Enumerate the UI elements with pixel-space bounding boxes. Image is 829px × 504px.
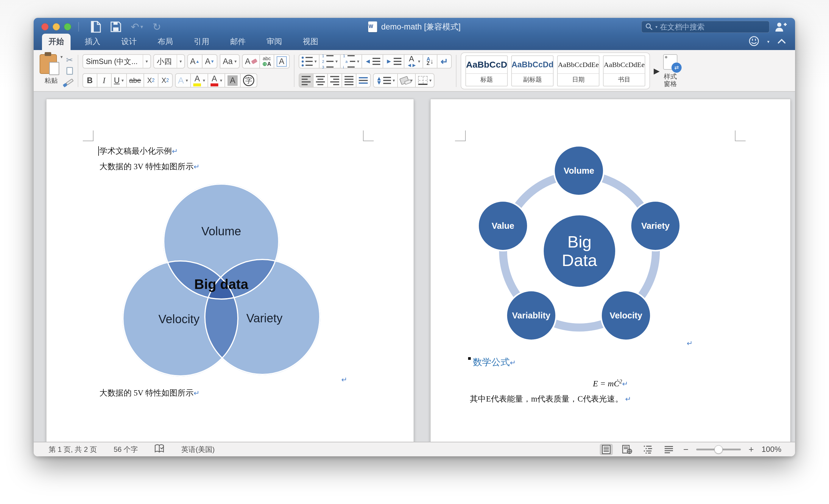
multilevel-list-caret-icon[interactable]: ▾ xyxy=(357,59,359,64)
strikethrough-button[interactable]: abe xyxy=(126,73,144,87)
shrink-font-button[interactable]: A▼ xyxy=(202,54,217,69)
minimize-button[interactable] xyxy=(53,23,60,30)
zoom-window-button[interactable] xyxy=(64,23,71,30)
new-document-icon[interactable] xyxy=(91,21,101,33)
character-border-button[interactable]: A xyxy=(274,54,290,69)
print-layout-view-button[interactable] xyxy=(600,444,613,455)
tab-references[interactable]: 引用 xyxy=(187,34,216,50)
line-spacing-caret-icon[interactable]: ▾ xyxy=(393,78,395,83)
doc-title-line[interactable]: 学术文稿最小化示例↵ xyxy=(100,146,178,156)
show-formatting-marks-button[interactable]: ↵ xyxy=(437,54,452,69)
decrease-indent-button[interactable]: ◄ xyxy=(361,54,383,69)
search-input[interactable]: ▾ 在文档中搜索 xyxy=(641,21,769,33)
feedback-smiley-icon[interactable] xyxy=(749,36,759,48)
tab-review[interactable]: 审阅 xyxy=(260,34,289,50)
zoom-out-button[interactable]: − xyxy=(683,444,688,455)
outline-view-button[interactable] xyxy=(641,444,654,455)
clear-formatting-button[interactable]: A xyxy=(242,54,260,69)
borders-button[interactable]: ▾ xyxy=(415,73,435,87)
style-card-date[interactable]: AaBbCcDdEe 日期 xyxy=(557,56,600,86)
math-heading[interactable]: 数学公式↵ xyxy=(473,356,516,368)
shading-button[interactable]: ▾ xyxy=(397,73,416,87)
change-case-button[interactable]: Aa▾ xyxy=(220,54,240,69)
grow-font-button[interactable]: A▲ xyxy=(187,54,203,69)
text-effects-button[interactable]: A▾ xyxy=(175,73,191,87)
align-right-button[interactable] xyxy=(327,73,342,87)
highlight-caret-icon[interactable]: ▾ xyxy=(203,78,205,83)
justify-button[interactable] xyxy=(341,73,356,87)
zoom-percentage[interactable]: 100% xyxy=(762,445,782,454)
undo-icon[interactable]: ↶▾ xyxy=(131,21,143,33)
underline-button[interactable]: U▾ xyxy=(111,73,127,87)
align-center-button[interactable] xyxy=(313,73,328,87)
font-color-caret-icon[interactable]: ▾ xyxy=(220,78,222,83)
style-card-title[interactable]: AaBbCcD 标题 xyxy=(465,56,508,86)
page-2[interactable]: Big Data Volume Value Variety Variablity… xyxy=(430,99,791,442)
spellcheck-book-icon[interactable] xyxy=(154,444,165,455)
font-size-caret-icon[interactable]: ▾ xyxy=(177,55,184,68)
styles-more-arrow-icon[interactable]: ▶ xyxy=(654,66,659,76)
subscript-button[interactable]: X2 xyxy=(144,73,158,87)
distribute-text-button[interactable] xyxy=(356,73,371,87)
copy-icon[interactable] xyxy=(66,66,74,76)
page-indicator[interactable]: 第 1 页, 共 2 页 xyxy=(48,445,97,454)
increase-indent-button[interactable]: ► xyxy=(383,54,404,69)
close-button[interactable] xyxy=(41,23,48,30)
zoom-in-button[interactable]: + xyxy=(749,444,754,455)
formula-line[interactable]: E = mĊ2↵ xyxy=(431,379,790,388)
font-name-combo[interactable]: SimSun (中文... ▾ xyxy=(82,54,151,69)
tab-view[interactable]: 视图 xyxy=(296,34,325,50)
doc-paragraph-3v[interactable]: 大数据的 3V 特性如图所示↵ xyxy=(100,161,200,172)
line-spacing-button[interactable]: ▲▼▾ xyxy=(373,73,398,87)
tab-home[interactable]: 开始 xyxy=(42,34,71,50)
enclose-characters-button[interactable]: 字 xyxy=(240,73,257,87)
style-card-subtitle[interactable]: AaBbCcDd 副标题 xyxy=(511,56,553,86)
bullet-list-button[interactable]: ▾ xyxy=(299,54,320,69)
numbered-list-button[interactable]: 123 ▾ xyxy=(319,54,341,69)
formula-explanation[interactable]: 其中E代表能量，m代表质量，C代表光速。 ↵ xyxy=(470,394,631,404)
redo-icon[interactable]: ↻ xyxy=(153,21,161,33)
superscript-button[interactable]: X2 xyxy=(158,73,173,87)
bullet-list-caret-icon[interactable]: ▾ xyxy=(315,59,317,64)
phonetic-guide-button[interactable]: abc⊕A xyxy=(259,54,274,69)
paste-button[interactable]: ▾ 粘贴 xyxy=(40,54,63,89)
web-layout-view-button[interactable] xyxy=(620,444,634,455)
cut-icon[interactable]: ✂ xyxy=(66,55,74,65)
bold-button[interactable]: B xyxy=(82,73,97,87)
feedback-caret-icon[interactable]: ▾ xyxy=(767,39,769,44)
word-count[interactable]: 56 个字 xyxy=(114,445,138,454)
sort-button[interactable]: AZ↓ xyxy=(423,54,437,69)
tab-mailings[interactable]: 邮件 xyxy=(224,34,252,50)
underline-caret-icon[interactable]: ▾ xyxy=(121,78,124,83)
tab-insert[interactable]: 插入 xyxy=(78,34,107,50)
text-direction-button[interactable]: A◄►▾ xyxy=(404,54,423,69)
language-indicator[interactable]: 英语(美国) xyxy=(181,445,215,454)
save-icon[interactable] xyxy=(110,22,121,32)
format-painter-icon[interactable] xyxy=(66,77,74,87)
italic-button[interactable]: I xyxy=(97,73,112,87)
borders-caret-icon[interactable]: ▾ xyxy=(429,78,432,83)
zoom-slider[interactable] xyxy=(696,448,741,451)
collapse-ribbon-icon[interactable] xyxy=(777,38,786,45)
align-left-button[interactable] xyxy=(299,73,314,87)
font-size-combo[interactable]: 小四 ▾ xyxy=(153,54,185,69)
page-1[interactable]: 学术文稿最小化示例↵ 大数据的 3V 特性如图所示↵ Volume Big da… xyxy=(46,99,414,442)
doc-paragraph-5v[interactable]: 大数据的 5V 特性如图所示↵ xyxy=(100,388,200,398)
multilevel-list-button[interactable]: 1ai ▾ xyxy=(340,54,362,69)
highlight-button[interactable]: A▾ xyxy=(190,73,208,87)
undo-caret-icon[interactable]: ▾ xyxy=(141,24,143,30)
style-card-bibliography[interactable]: AaBbCcDdEe 书目 xyxy=(603,56,645,86)
paste-caret-icon[interactable]: ▾ xyxy=(61,54,63,60)
numbered-list-caret-icon[interactable]: ▾ xyxy=(335,59,338,64)
search-scope-caret-icon[interactable]: ▾ xyxy=(655,25,657,29)
share-add-person-icon[interactable] xyxy=(775,22,787,33)
tab-layout[interactable]: 布局 xyxy=(151,34,180,50)
venn-diagram[interactable]: Volume Big data Velocity Variety xyxy=(121,183,320,377)
font-name-caret-icon[interactable]: ▾ xyxy=(143,55,150,68)
font-color-button[interactable]: A▾ xyxy=(208,73,225,87)
style-pane-button[interactable]: ⇄ 样式窗格 xyxy=(663,54,678,88)
tab-design[interactable]: 设计 xyxy=(115,34,143,50)
draft-view-button[interactable] xyxy=(662,444,675,455)
zoom-slider-knob[interactable] xyxy=(714,445,723,454)
character-shading-button[interactable]: A xyxy=(224,73,241,87)
